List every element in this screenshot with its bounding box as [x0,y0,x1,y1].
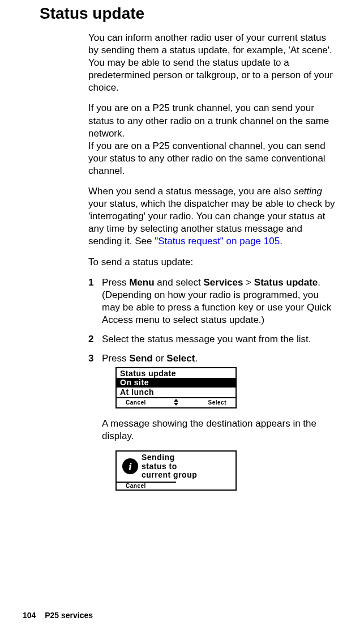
footer-page-number: 104 [23,611,36,620]
page-title: Status update [40,5,336,23]
intro-paragraph-3: When you send a status message, you are … [88,185,336,248]
intro-paragraph-1: You can inform another radio user of you… [88,32,336,94]
s1-text-a: Press [102,277,129,288]
s1-menu-bold: Menu [129,277,154,288]
display1-softkey-select: Select [179,400,226,406]
intro-paragraph-2: If you are on a P25 trunk channel, you c… [88,102,336,177]
page-footer: 104 P25 services [23,611,93,620]
s3-text-a: Press [102,353,129,364]
after-display1-text: A message showing the destination appear… [102,418,336,442]
radio-display-sending: i Sending status to current group Cancel [115,450,237,490]
s3-text-b: or [153,353,167,364]
display1-title: Status update [117,368,235,378]
display2-text: Sending status to current group [142,452,199,481]
step-2: 2 Select the status message you want fro… [88,333,336,346]
s1-services-bold: Services [204,277,243,288]
p3-prefix: When you send a status message, you are … [88,186,294,197]
step-3-number: 3 [88,352,93,365]
s1-text-c: > [243,277,254,288]
updown-arrow-icon [173,399,179,407]
step-3: 3 Press Send or Select. Status update On… [88,352,336,490]
display2-line1: Sending [142,453,175,462]
s3-text-c: . [195,353,198,364]
p2-conventional: If you are on a P25 conventional channel… [88,141,326,176]
footer-section: P25 services [45,611,93,620]
step-1: 1 Press Menu and select Services > Statu… [88,276,336,326]
display1-row-atlunch: At lunch [117,388,235,397]
p2-trunk: If you are on a P25 trunk channel, you c… [88,103,329,138]
status-request-link[interactable]: "Status request" on page 105 [155,236,280,246]
s2-text: Select the status message you want from … [102,334,311,344]
step-1-number: 1 [88,276,93,289]
intro-paragraph-4: To send a status update: [88,256,336,269]
radio-display-status-list: Status update On site At lunch Cancel Se… [115,367,237,408]
svg-marker-0 [174,399,178,402]
s3-select-bold: Select [166,353,195,364]
s1-text-b: and select [155,277,204,288]
s1-statusupdate-bold: Status update [254,277,318,288]
step-2-number: 2 [88,333,93,346]
display2-line3: current group [142,470,197,479]
p3-setting-italic: setting [294,186,322,197]
svg-marker-1 [174,403,178,406]
p3-suffix: . [280,236,282,246]
display2-softkey-cancel: Cancel [117,482,176,489]
display1-softkey-cancel: Cancel [126,400,173,406]
display2-line2: status to [142,462,177,471]
display1-row-onsite: On site [117,378,235,388]
info-icon: i [122,458,138,474]
s3-send-bold: Send [129,353,153,364]
